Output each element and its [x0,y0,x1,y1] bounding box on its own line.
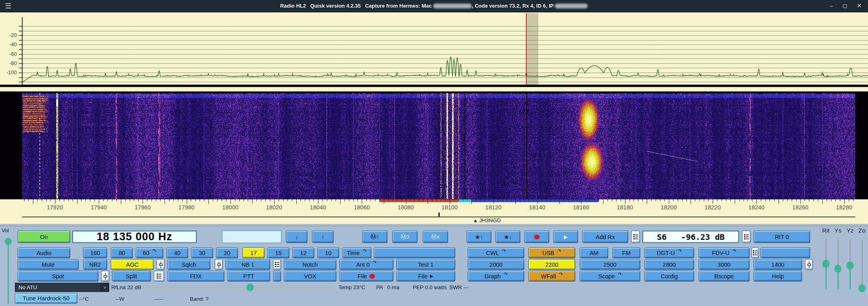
filter-2800-button[interactable]: 2800 [644,259,694,270]
agc-button[interactable]: AGC [111,259,154,270]
scope-button[interactable]: Scope↷ [580,271,640,282]
ptt-button[interactable]: PTT [227,271,270,282]
rit-button[interactable]: RIT 0 [754,231,810,243]
favorite-up-button[interactable]: ★↑ [467,231,491,243]
zo-slider-track[interactable] [862,239,863,288]
test1-button-label: Test 1 [418,261,434,268]
favorite-down-button[interactable]: ★↓ [495,231,520,243]
test1-button[interactable]: Test 1 [396,259,455,270]
volume-slider-track[interactable] [8,245,9,304]
nr2-button[interactable]: NR2 [83,259,107,270]
band-10-button[interactable]: 10 [317,247,339,258]
mute-button-label: Mute [42,261,55,268]
band-20-button[interactable]: 20 [216,247,238,258]
band-80-button-label: 80 [118,250,125,256]
spectrum-canvas[interactable] [16,12,868,85]
sqlch-slider-button[interactable] [215,259,223,270]
waterfall-canvas[interactable] [22,93,855,199]
band-time-button[interactable]: Time↷ [342,247,371,258]
minimize-button[interactable]: – [830,2,833,9]
mode-dgtu-button[interactable]: DGT-U↷ [644,247,694,258]
mode-fdvu-button[interactable]: FDV-U↷ [699,247,750,258]
filter-2000-button[interactable]: 2000 [468,259,524,270]
band-40-button[interactable]: 40 [166,247,188,258]
band-160-button[interactable]: 160 [83,247,107,258]
list-icon [744,233,749,240]
atu-dropdown[interactable]: No ATU ˅ [15,283,109,292]
memory-save-button[interactable]: Ⓜ↑ [362,231,387,243]
tune-hardrock-button[interactable]: Tune Hardrock-50 [15,293,77,304]
vox-button[interactable]: VOX [284,271,336,282]
spot-button[interactable]: Spot [18,271,98,282]
filter-2500-button[interactable]: 2500 [580,259,640,270]
nb-button[interactable]: NB 1 [226,259,270,270]
rit-slider-knob[interactable] [822,260,829,268]
nr2-button-label: NR2 [89,261,101,268]
band-blank-button[interactable] [374,247,455,258]
rflna-slider-knob[interactable] [247,284,254,291]
redacted-ip-address [555,4,588,8]
slider-icon [103,273,108,280]
filter-1400-button[interactable]: 1400 [754,259,802,270]
play-button[interactable]: ▶ [553,231,578,243]
mode-am-button[interactable]: AM [580,247,608,258]
rflna-slider-track[interactable] [145,287,335,288]
mode-blank-button[interactable] [760,247,810,258]
agc-slider-button[interactable] [157,259,165,270]
file-record-button[interactable]: File [339,271,393,282]
frequency-tick-label: 17960 [130,204,155,211]
band-time-button-label: Time [347,250,360,256]
sqlch-button[interactable]: Sqlch [167,259,210,270]
maximize-button[interactable]: ◻ [843,2,848,9]
band-80-button[interactable]: 80 [111,247,133,258]
filter-2200-button[interactable]: 2200 [528,259,575,270]
volume-slider-knob[interactable] [5,238,12,245]
memory-recall-button[interactable]: Ⓜↄ [392,231,418,243]
frequency-scale[interactable]: 1792017940179601798018000180201804018060… [0,199,868,224]
band-12-button[interactable]: 12 [292,247,314,258]
band-15-button[interactable]: 15 [267,247,289,258]
split-menu-button[interactable] [154,271,164,282]
mode-fm-button[interactable]: FM [612,247,640,258]
filter-slider-button[interactable] [805,259,813,270]
ys-slider-knob[interactable] [834,265,842,273]
record-button[interactable] [524,231,549,243]
freq-up-button[interactable]: ↑ [312,231,334,243]
freq-down-button[interactable]: ↓ [286,231,308,243]
mode-cwl-button-label: CWL [486,250,499,256]
band-60-button[interactable]: 60↷ [136,247,163,258]
audio-button[interactable]: Audio [18,247,70,258]
ant-button[interactable]: Ant 0↷ [339,259,393,270]
rx-menu-button[interactable] [631,231,640,243]
bscope-button[interactable]: Bscope [699,271,750,282]
fdx-button[interactable]: FDX [167,271,224,282]
mode-menu-button[interactable] [752,247,759,258]
config-button[interactable]: Config [644,271,694,282]
mode-usb-button[interactable]: USB↷ [528,247,575,258]
file-play-button[interactable]: File▶ [396,271,455,282]
split-button[interactable]: Split [112,271,151,282]
wfall-button[interactable]: WFall↷ [528,271,575,282]
nb-menu-button[interactable] [273,259,281,270]
filter-3000-button[interactable]: 3000 [699,259,750,270]
frequency-entry[interactable] [222,231,281,243]
list-icon [275,261,280,268]
yz-slider-knob[interactable] [846,261,854,270]
band-17-button[interactable]: 17 [242,247,265,258]
band-30-button[interactable]: 30 [191,247,213,258]
smeter-menu-button[interactable] [742,231,751,243]
notch-button[interactable]: Notch [284,259,336,270]
help-button[interactable]: Help [754,271,802,282]
zo-slider-knob[interactable] [858,284,866,292]
rflna-label: RfLna 22 dB [111,284,141,290]
on-button[interactable]: On [18,231,70,243]
blank-narrow-button[interactable] [273,271,281,282]
graph-button[interactable]: Graph↷ [468,271,524,282]
band-20-button-label: 20 [224,250,230,256]
mode-cwl-button[interactable]: CWL↷ [468,247,524,258]
close-button[interactable]: ✕ [857,2,862,9]
mute-button[interactable]: Mute [18,259,79,270]
memory-delete-button[interactable]: Ⓜx [423,231,448,243]
add-rx-button[interactable]: Add Rx [582,231,628,243]
spot-slider-button[interactable] [101,271,109,282]
